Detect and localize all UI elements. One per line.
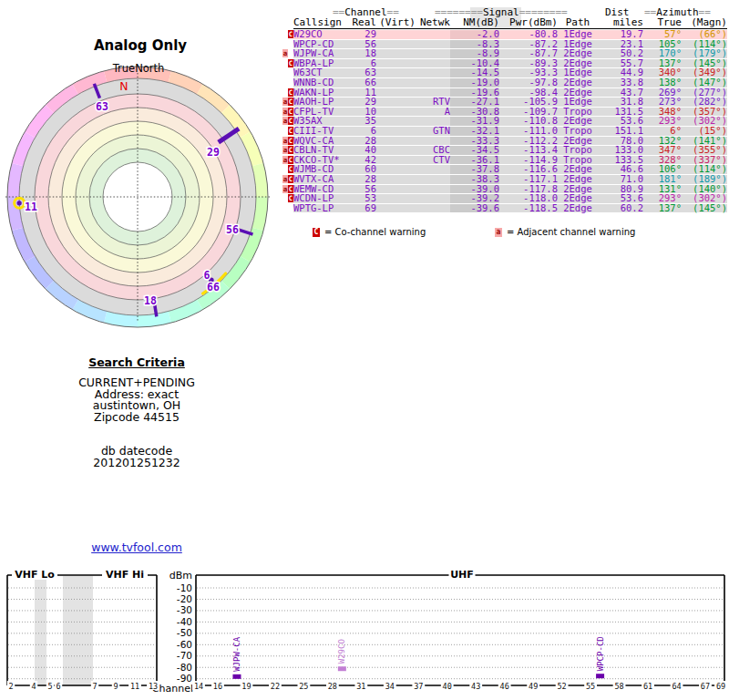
channel-tick-label: 14 bbox=[194, 682, 203, 691]
column-header-magn: (Magn) bbox=[682, 17, 727, 28]
warning-cell: aC bbox=[282, 98, 293, 107]
column-header-pwr: Pwr(dBm) bbox=[499, 17, 558, 28]
search-criteria-lines: CURRENT+PENDINGAddress: exactaustintown,… bbox=[0, 377, 273, 423]
warning-cell: C bbox=[282, 30, 293, 39]
spectrum-gap-band bbox=[63, 576, 93, 685]
warning-cell: C bbox=[282, 127, 293, 136]
cell-virt bbox=[376, 185, 416, 194]
cell-nm: -39.6 bbox=[450, 204, 499, 213]
legend-adjacent-channel-text: = Adjacent channel warning bbox=[507, 227, 635, 237]
cell-netwk bbox=[416, 40, 450, 49]
channel-tick-label: 43 bbox=[471, 682, 480, 691]
co-channel-badge: C bbox=[313, 228, 320, 237]
cell-pwr: -118.5 bbox=[499, 204, 558, 213]
warning-cell bbox=[282, 40, 293, 49]
table-row: WPTG-LP69-39.6-118.52Edge60.2137°(145°) bbox=[282, 204, 729, 213]
channel-label: 29 bbox=[207, 146, 220, 159]
dbm-axis-title: dBm bbox=[169, 570, 192, 582]
dbm-tick-label: -30 bbox=[177, 604, 192, 615]
warning-cell bbox=[282, 68, 293, 77]
signal-dot bbox=[17, 201, 22, 205]
cell-magn: (145°) bbox=[682, 204, 727, 213]
co-channel-warning-badge: C bbox=[288, 185, 293, 193]
warning-cell bbox=[282, 204, 293, 213]
column-header-nm: NM(dB) bbox=[450, 17, 499, 28]
cell-netwk bbox=[416, 78, 450, 88]
dbm-tick-label: -80 bbox=[177, 662, 192, 673]
channel-tick-label: 28 bbox=[328, 682, 337, 691]
warning-cell: aC bbox=[282, 137, 293, 146]
channel-tick-label: 58 bbox=[614, 682, 623, 691]
channel-tick-label: 4 bbox=[31, 682, 36, 691]
vhf-hi-label: VHF Hi bbox=[106, 569, 144, 581]
cell-netwk: CTV bbox=[416, 156, 450, 165]
truenorth-label: TrueNorth bbox=[112, 62, 165, 75]
co-channel-warning-badge: C bbox=[288, 146, 293, 154]
tvfool-link[interactable]: www.tvfool.com bbox=[91, 540, 182, 554]
co-channel-warning-badge: C bbox=[288, 175, 293, 183]
column-header-miles: miles bbox=[598, 17, 643, 28]
column-header-path: Path bbox=[558, 17, 598, 28]
channel-tick-label: 55 bbox=[586, 682, 595, 691]
adjacent-channel-badge: a bbox=[495, 228, 502, 237]
search-criteria: Search Criteria CURRENT+PENDINGAddress: … bbox=[0, 355, 273, 469]
channel-tick-label: 37 bbox=[414, 682, 423, 691]
channel-tick-label: 13 bbox=[149, 682, 158, 691]
cell-virt bbox=[376, 30, 416, 39]
cell-virt bbox=[376, 49, 416, 58]
channel-tick-label: 6 bbox=[56, 682, 60, 691]
channel-label: 11 bbox=[25, 201, 37, 213]
channel-tick-label: 61 bbox=[643, 682, 652, 691]
column-header-true: True bbox=[643, 17, 682, 28]
radar-plot: TrueNorth N 6329115666618 bbox=[0, 0, 282, 339]
table-legend: C = Co-channel warning a = Adjacent chan… bbox=[282, 227, 729, 240]
cell-miles: 60.2 bbox=[598, 204, 643, 213]
warning-cell: a bbox=[282, 49, 293, 58]
cell-callsign: WPTG-LP bbox=[293, 204, 344, 213]
signal-bar-label: WJPW-CA bbox=[232, 636, 241, 672]
channel-tick-label: 25 bbox=[299, 682, 308, 691]
co-channel-warning-badge: C bbox=[288, 30, 293, 38]
channel-tick-label: 69 bbox=[716, 682, 725, 691]
legend-adjacent-channel: a = Adjacent channel warning bbox=[495, 227, 635, 237]
spectrum-gap-band bbox=[35, 576, 46, 685]
signal-bar bbox=[232, 674, 241, 679]
channel-label: 18 bbox=[144, 294, 157, 307]
cell-virt bbox=[376, 78, 416, 88]
dbm-tick-label: -60 bbox=[177, 639, 192, 650]
cell-virt bbox=[376, 127, 416, 136]
warning-cell: aC bbox=[282, 108, 293, 117]
criteria-line: Zipcode 44515 bbox=[0, 412, 273, 424]
co-channel-warning-badge: C bbox=[288, 165, 293, 173]
channel-tick-label: 52 bbox=[557, 682, 566, 691]
table-row: aCW35AX35-31.9-110.82Edge53.6293°(302°) bbox=[282, 117, 729, 126]
db-datecode: db datecode201201251232 bbox=[0, 446, 273, 468]
warning-cell: C bbox=[282, 59, 293, 68]
channel-label: 63 bbox=[96, 100, 108, 113]
warning-cell: C bbox=[282, 88, 293, 98]
north-marker: N bbox=[119, 79, 128, 93]
channel-tick-label: 22 bbox=[271, 682, 280, 691]
cell-path: 2Edge bbox=[558, 204, 598, 213]
cell-virt bbox=[376, 194, 416, 203]
cell-netwk bbox=[416, 194, 450, 203]
warning-cell: aC bbox=[282, 175, 293, 184]
cell-virt bbox=[376, 98, 416, 107]
warning-cell: aC bbox=[282, 156, 293, 165]
spectrum-chart: VHF LoVHF HiUHFdBm-10-20-30-40-50-60-70-… bbox=[0, 565, 729, 700]
channel-label: 6 bbox=[204, 269, 210, 282]
dbm-tick-label: -20 bbox=[177, 593, 192, 604]
cell-virt bbox=[376, 68, 416, 77]
channel-tick-label: 40 bbox=[443, 682, 452, 691]
legend-co-channel-text: = Co-channel warning bbox=[324, 227, 426, 237]
table-column-headers: CallsignReal(Virt)NetwkNM(dB)Pwr(dBm)Pat… bbox=[293, 17, 727, 29]
dbm-tick-label: -50 bbox=[177, 627, 192, 638]
column-header-callsign: Callsign bbox=[293, 17, 344, 28]
co-channel-warning-badge: C bbox=[288, 127, 293, 135]
cell-virt bbox=[376, 108, 416, 117]
cell-virt bbox=[376, 146, 416, 155]
co-channel-warning-badge: C bbox=[288, 98, 293, 106]
signal-bar-label: WPCP-CD bbox=[596, 636, 605, 671]
cell-virt bbox=[376, 59, 416, 68]
channel-tick-label: 67 bbox=[701, 682, 710, 691]
